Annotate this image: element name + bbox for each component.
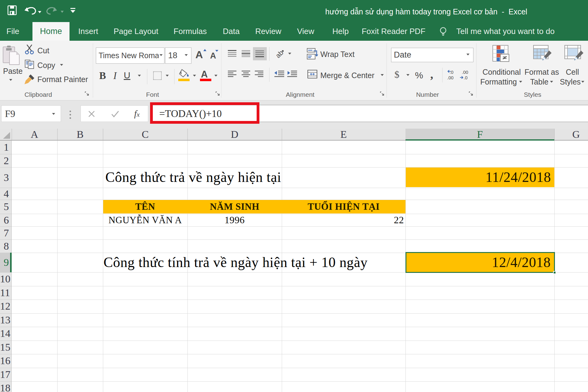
- svg-text:.0: .0: [464, 75, 468, 80]
- svg-text:.00: .00: [447, 75, 454, 80]
- svg-text:.0: .0: [450, 70, 454, 75]
- svg-text:.00: .00: [462, 70, 468, 75]
